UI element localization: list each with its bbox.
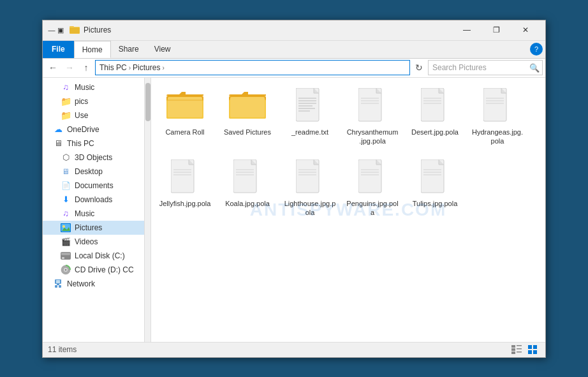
- file-item-lighthouse[interactable]: Lighthouse.jpg.pola: [281, 154, 339, 221]
- tb-btn-medium[interactable]: ▣: [57, 26, 64, 34]
- svg-point-6: [62, 225, 65, 228]
- svg-rect-68: [517, 348, 522, 350]
- address-path[interactable]: This PC › Pictures ›: [95, 60, 410, 75]
- sidebar-item-onedrive[interactable]: ☁ OneDrive: [43, 122, 144, 137]
- help-button[interactable]: ?: [530, 43, 543, 55]
- sidebar-item-cddrive[interactable]: CD Drive (D:) CC: [43, 263, 144, 277]
- file-item-penguins[interactable]: Penguins.jpg.pola: [344, 154, 401, 221]
- sidebar-item-thispc[interactable]: 🖥 This PC: [43, 137, 144, 151]
- sidebar-item-network[interactable]: Network: [43, 277, 144, 291]
- sidebar-item-localdisk[interactable]: Local Disk (C:): [43, 249, 144, 263]
- svg-point-13: [65, 269, 67, 270]
- cdrom-icon: [61, 265, 71, 275]
- svg-rect-9: [61, 253, 70, 255]
- file-label-hydrangeas: Hydrangeas.jpg.pola: [471, 128, 524, 146]
- up-button[interactable]: ↑: [78, 60, 94, 75]
- file-icon-koala: [228, 158, 267, 196]
- svg-rect-66: [517, 345, 522, 346]
- documents-icon: 📄: [61, 181, 71, 191]
- pictures-icon: [61, 223, 71, 233]
- file-grid: Camera Roll Saved Pictures: [156, 83, 540, 221]
- svg-rect-71: [528, 345, 532, 349]
- sidebar-item-videos[interactable]: 🎬 Videos: [43, 235, 144, 249]
- music-icon: ♫: [61, 209, 71, 219]
- search-input[interactable]: [428, 60, 543, 75]
- window-title: Pictures: [84, 26, 452, 34]
- svg-rect-70: [517, 351, 522, 353]
- cloud-icon: ☁: [53, 124, 63, 135]
- file-label-desert: Desert.jpg.pola: [411, 128, 459, 137]
- back-button[interactable]: ←: [45, 60, 61, 75]
- tab-home[interactable]: Home: [74, 41, 111, 58]
- file-label-readme: _readme.txt: [291, 128, 328, 137]
- tb-btn-small[interactable]: —: [48, 26, 55, 34]
- maximize-button[interactable]: ❐: [481, 20, 511, 40]
- folder-icon-saved-pictures: [228, 87, 267, 125]
- address-bar: ← → ↑ This PC › Pictures › ↻ 🔍: [43, 59, 545, 78]
- file-item-koala[interactable]: Koala.jpg.pola: [219, 154, 276, 221]
- sidebar-item-downloads[interactable]: ⬇ Downloads: [43, 193, 144, 207]
- details-view-button[interactable]: [510, 344, 524, 355]
- downloads-icon: ⬇: [61, 195, 71, 205]
- file-label-lighthouse: Lighthouse.jpg.pola: [284, 199, 336, 218]
- file-item-camera-roll[interactable]: Camera Roll: [156, 83, 214, 150]
- close-button[interactable]: ✕: [511, 20, 540, 40]
- sidebar-item-pictures[interactable]: Pictures: [43, 221, 144, 235]
- svg-rect-15: [56, 280, 60, 283]
- file-label-jellyfish: Jellyfish.jpg.pola: [159, 199, 211, 208]
- file-icon-jellyfish: [166, 158, 204, 196]
- file-item-jellyfish[interactable]: Jellyfish.jpg.pola: [156, 154, 214, 221]
- svg-rect-73: [528, 350, 532, 354]
- tab-file[interactable]: File: [43, 41, 74, 58]
- 3dobjects-icon: ⬡: [61, 152, 71, 163]
- svg-rect-74: [533, 350, 537, 354]
- pc-icon: 🖥: [53, 138, 63, 149]
- title-bar: — ▣ Pictures — ❐ ✕: [43, 20, 545, 41]
- sidebar-item-use[interactable]: 📁 Use: [43, 108, 144, 122]
- file-label-saved-pictures: Saved Pictures: [224, 128, 271, 137]
- svg-rect-22: [166, 100, 203, 101]
- file-item-saved-pictures[interactable]: Saved Pictures: [219, 83, 276, 150]
- sidebar-item-3dobjects[interactable]: ⬡ 3D Objects: [43, 151, 144, 165]
- folder-icon-camera-roll: [166, 87, 204, 125]
- explorer-window: — ▣ Pictures — ❐ ✕ File Home Share View …: [42, 20, 546, 358]
- ribbon-tabs: File Home Share View ?: [43, 41, 545, 59]
- large-icons-view-button[interactable]: [526, 344, 540, 355]
- svg-rect-3: [70, 27, 80, 33]
- music-icon: ♫: [61, 82, 71, 92]
- sidebar-item-music[interactable]: ♫ Music: [43, 207, 144, 221]
- file-item-hydrangeas[interactable]: Hydrangeas.jpg.pola: [469, 83, 526, 150]
- sidebar-item-desktop[interactable]: 🖥 Desktop: [43, 165, 144, 179]
- file-item-desert[interactable]: Desert.jpg.pola: [406, 83, 464, 150]
- file-label-koala: Koala.jpg.pola: [225, 199, 270, 208]
- svg-rect-25: [230, 97, 265, 117]
- refresh-button[interactable]: ↻: [411, 60, 427, 75]
- sidebar-item-documents[interactable]: 📄 Documents: [43, 179, 144, 193]
- file-icon-tulips: [416, 158, 454, 196]
- minimize-button[interactable]: —: [452, 20, 481, 40]
- file-label-penguins: Penguins.jpg.pola: [346, 199, 399, 218]
- svg-rect-72: [533, 345, 537, 349]
- disk-icon: [61, 251, 71, 261]
- sidebar-item-pics[interactable]: 📁 pics: [43, 94, 144, 108]
- file-item-tulips[interactable]: Tulips.jpg.pola: [406, 154, 464, 221]
- forward-button[interactable]: →: [62, 60, 77, 75]
- svg-rect-16: [57, 284, 59, 285]
- search-wrapper: 🔍: [428, 60, 543, 75]
- sidebar-item-music-quick[interactable]: ♫ Music: [43, 80, 144, 94]
- svg-rect-69: [511, 351, 515, 354]
- path-thispc[interactable]: This PC: [99, 63, 127, 72]
- sidebar: ♫ Music 📁 pics 📁 Use ☁ OneDrive 🖥 This P…: [43, 78, 145, 342]
- file-area: ANTISPYWARE.COM Camera Roll: [151, 78, 545, 342]
- tab-view[interactable]: View: [147, 41, 179, 58]
- svg-rect-10: [62, 257, 64, 259]
- desktop-icon: 🖥: [61, 166, 71, 177]
- sidebar-scrollbar-thumb[interactable]: [145, 83, 151, 121]
- tab-share[interactable]: Share: [111, 41, 147, 58]
- path-pictures[interactable]: Pictures: [133, 63, 160, 72]
- file-item-chrysanthemum[interactable]: Chrysanthemum.jpg.pola: [344, 83, 401, 150]
- txt-icon-readme: [291, 87, 329, 125]
- file-item-readme[interactable]: _readme.txt: [281, 83, 339, 150]
- file-icon-hydrangeas: [478, 87, 517, 125]
- videos-icon: 🎬: [61, 237, 71, 247]
